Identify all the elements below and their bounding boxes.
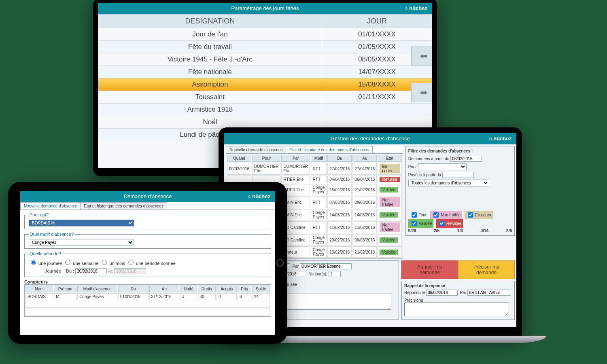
label-demandees: Demandées à partir du [408, 157, 450, 161]
input-posees-date[interactable] [442, 172, 474, 178]
tab-history[interactable]: Etat et historique des demandes d'absenc… [80, 202, 167, 210]
tab-history[interactable]: Etat et historique des demandes d'absenc… [286, 146, 372, 153]
label-rappel-precisions: Précisions [404, 298, 512, 303]
col-du[interactable]: Du [327, 155, 352, 162]
label-par: Par [292, 264, 299, 269]
chk-tout[interactable]: Tout [408, 211, 428, 219]
fieldset-periode: Quelle période? une journée une semaine … [24, 251, 271, 277]
laptop-tabs: Nouvelle demande d'absence Etat et histo… [226, 146, 403, 154]
compteurs-row[interactable] [25, 301, 270, 308]
compteurs-row[interactable] [25, 309, 270, 315]
col-droits[interactable]: Droits [198, 286, 216, 292]
tablet-home-button[interactable] [276, 259, 284, 267]
label-au: Au [108, 269, 113, 273]
legend-pourqui: Pour qui? [29, 212, 49, 217]
label-repondu: Répondu le [404, 290, 425, 295]
tab-new-request[interactable]: Nouvelle demande d'absence [20, 202, 81, 210]
monitor-titlebar: Paramétrage des jours fériés hüchez [98, 3, 432, 14]
col-etat[interactable]: Etat [378, 155, 401, 162]
input-repondu-date[interactable] [426, 290, 458, 296]
radio-semaine[interactable]: une semaine [63, 261, 98, 266]
select-all-requests[interactable]: Toutes les demandes d'absences [408, 180, 489, 186]
rappel-panel: Rappel de la réponse Répondu le Par Préc… [401, 281, 515, 320]
tablet-screen: Demande d'absence hüchez Nouvelle demand… [20, 191, 275, 335]
count-ec: 1/3 [457, 229, 463, 233]
holidays-table: DESIGNATION JOUR Jour de l'an01/01/XXXX … [98, 14, 432, 141]
input-au [115, 268, 146, 274]
laptop-title: Gestion des demandes d'absence [331, 135, 410, 142]
nav-next-button[interactable]: ➡ [411, 83, 432, 102]
tablet-title: Demande d'absence [124, 193, 172, 199]
checkbox-tout[interactable] [412, 212, 417, 218]
fieldset-pourqui: Pour qui? BORDAIS M. [24, 212, 271, 229]
checkbox-validee[interactable] [412, 221, 417, 226]
holiday-row[interactable]: Fête nationale14/07/XXXX [98, 66, 432, 78]
chk-encours[interactable]: En cours [465, 211, 492, 219]
select-pourqui[interactable]: BORDAIS M. [29, 220, 134, 226]
select-motif[interactable]: Congé Payés [29, 239, 134, 246]
col-motif[interactable]: Motif d'absence [77, 286, 117, 292]
label-du: Du : [66, 269, 74, 273]
radio-mois[interactable]: un mois [100, 261, 125, 266]
checkbox-encours[interactable] [468, 212, 473, 218]
col-acquis[interactable]: Acquis [216, 286, 237, 292]
col-solde[interactable]: Solde [252, 286, 270, 292]
count-va: 4/14 [481, 229, 488, 233]
col-pour[interactable]: Pour [252, 155, 280, 162]
label-posees: Posées à partir du [408, 173, 441, 177]
col-pris[interactable]: Pris [238, 286, 251, 292]
input-du[interactable] [75, 268, 107, 274]
label-nbjours: Nb jour(s): [308, 272, 327, 276]
col-par[interactable]: Par [281, 155, 310, 162]
select-pour[interactable] [418, 163, 467, 170]
checkbox-nontraitee[interactable] [433, 212, 439, 218]
tablet-tabs: Nouvelle demande d'absence Etat et histo… [20, 202, 275, 210]
cancel-request-button[interactable]: Annuler ma demande [401, 260, 458, 279]
count-nt: 2/5 [434, 229, 439, 233]
tablet: Demande d'absence hüchez Nouvelle demand… [8, 182, 287, 344]
chk-refusee[interactable]: Refusée [436, 219, 463, 228]
col-au[interactable]: Au [149, 286, 180, 292]
holiday-row[interactable]: Fête du travail01/05/XXXX [98, 41, 432, 53]
input-demandees-date[interactable] [450, 156, 482, 162]
holiday-row[interactable]: Toussaint01/11/XXXX [98, 91, 432, 104]
legend-motif: Quel motif d'absence? [29, 232, 74, 237]
tab-new-request[interactable]: Nouvelle demande d'absence [226, 146, 286, 153]
precise-request-button[interactable]: Préciser ma demande [458, 260, 515, 279]
col-motif[interactable]: Motif [311, 155, 327, 162]
holiday-row-selected[interactable]: Assomption15/08/XXXX [98, 78, 432, 91]
compteurs-title: Compteurs [24, 279, 271, 284]
col-du[interactable]: Du [118, 286, 149, 292]
compteurs-row[interactable]: BORDAIS M. Congé Payés 01/01/2015 31/12/… [25, 293, 270, 300]
col-quand[interactable]: Quand [227, 155, 251, 162]
checkbox-refusee[interactable] [439, 221, 444, 226]
filter-panel: Filtre des demandes d'absences : Demandé… [405, 146, 515, 236]
brand-logo: hüchez [489, 133, 511, 144]
col-au[interactable]: Au [352, 155, 377, 162]
tablet-titlebar: Demande d'absence hüchez [20, 191, 275, 202]
col-jour[interactable]: JOUR [322, 15, 432, 28]
count-total: 9/28 [408, 229, 416, 233]
col-designation[interactable]: DESIGNATION [98, 15, 322, 28]
col-prenom[interactable]: Prénom [54, 286, 76, 292]
request-row[interactable]: 09/02/2016DUMORTIER EtieDUMORTIER EtieRT… [227, 163, 402, 175]
col-nom[interactable]: Nom [25, 286, 53, 292]
chk-validee[interactable]: Validée [408, 219, 434, 228]
brand-logo: hüchez [405, 3, 427, 14]
holiday-row[interactable]: Noël [98, 116, 432, 129]
holiday-row[interactable]: Jour de l'an01/01/XXXX [98, 28, 432, 41]
holiday-row[interactable]: Armistice 1918 [98, 104, 432, 116]
col-unite[interactable]: Unité [180, 286, 197, 292]
textarea-rappel-precisions[interactable] [404, 303, 509, 316]
compteurs-table: Nom Prénom Motif d'absence Du Au Unité D… [24, 284, 271, 317]
radio-periode-donnee[interactable]: une période donnée [126, 261, 176, 266]
input-repondu-par[interactable] [467, 290, 511, 296]
brand-logo: hüchez [248, 191, 270, 202]
holiday-row[interactable]: Victoire 1945 - Fête J.-d'Arc08/05/XXXX [98, 53, 432, 66]
chk-nontraitee[interactable]: Non traitée [430, 211, 462, 219]
count-re: 2/6 [506, 229, 512, 233]
input-nbjours[interactable] [329, 271, 341, 277]
radio-journee[interactable]: une journée [29, 261, 62, 266]
input-par[interactable] [300, 263, 352, 269]
nav-prev-button[interactable]: ⬅ [411, 47, 432, 66]
